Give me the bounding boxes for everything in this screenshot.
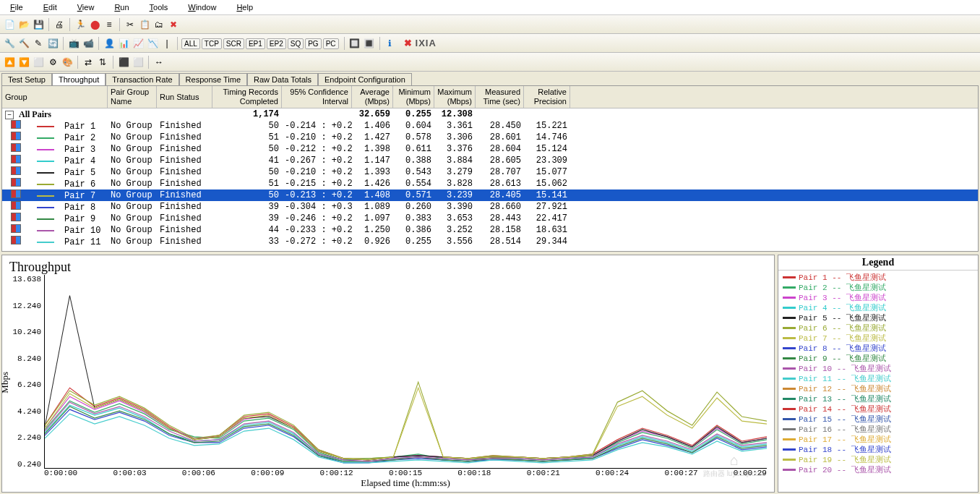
col-header[interactable]: MeasuredTime (sec) [476, 86, 524, 108]
filter-ep1[interactable]: EP1 [246, 38, 265, 49]
legend-item[interactable]: Pair 1 -- 飞鱼星测试 [783, 272, 973, 282]
legend-item[interactable]: Pair 10 -- 飞鱼星测试 [783, 363, 973, 373]
tool-k-icon[interactable]: | [160, 37, 173, 50]
tab-response-time[interactable]: Response Time [179, 73, 247, 85]
menu-view[interactable]: View [70, 1, 102, 13]
tool3-i-icon[interactable]: ⬜ [132, 56, 145, 69]
tab-test-setup[interactable]: Test Setup [1, 73, 52, 85]
col-header[interactable]: Run Status [157, 86, 212, 108]
legend-item[interactable]: Pair 17 -- 飞鱼星测试 [783, 434, 973, 444]
legend-item[interactable]: Pair 2 -- 飞鱼星测试 [783, 282, 973, 292]
menu-help[interactable]: Help [229, 1, 260, 13]
filter-scr[interactable]: SCR [223, 38, 244, 49]
col-header[interactable]: Minimum(Mbps) [393, 86, 434, 108]
tab-raw-data-totals[interactable]: Raw Data Totals [247, 73, 318, 85]
tool3-c-icon[interactable]: ⬜ [32, 56, 45, 69]
col-header[interactable]: Maximum(Mbps) [434, 86, 476, 108]
menu-window[interactable]: Window [181, 1, 223, 13]
legend-item[interactable]: Pair 18 -- 飞鱼星测试 [783, 444, 973, 454]
col-header[interactable]: Pair GroupName [108, 86, 157, 108]
folder-icon[interactable]: 🗂 [152, 18, 166, 31]
table-row[interactable]: Pair 11No GroupFinished33-0.272 : +0.272… [2, 236, 978, 247]
tab-transaction-rate[interactable]: Transaction Rate [106, 73, 179, 85]
print-icon[interactable]: 🖨 [53, 18, 66, 31]
delete-icon[interactable]: ✖ [167, 18, 180, 31]
tab-endpoint-configuration[interactable]: Endpoint Configuration [318, 73, 412, 85]
table-row[interactable]: Pair 10No GroupFinished44-0.233 : +0.233… [2, 224, 978, 236]
table-row[interactable]: Pair 8No GroupFinished39-0.304 : +0.3041… [2, 201, 978, 213]
tool-c-icon[interactable]: ✎ [32, 37, 45, 50]
summary-row[interactable]: − All Pairs1,17432.6590.25512.308 [2, 108, 978, 120]
legend-item[interactable]: Pair 19 -- 飞鱼星测试 [783, 454, 973, 464]
tool3-b-icon[interactable]: 🔽 [17, 56, 30, 69]
tool-h-icon[interactable]: 📊 [117, 37, 130, 50]
tool-g-icon[interactable]: 👤 [103, 37, 116, 50]
table-row[interactable]: Pair 6No GroupFinished51-0.215 : +0.2151… [2, 178, 978, 189]
legend-item[interactable]: Pair 4 -- 飞鱼星测试 [783, 302, 973, 312]
tool-d-icon[interactable]: 🔄 [46, 37, 59, 50]
legend-item[interactable]: Pair 6 -- 飞鱼星测试 [783, 323, 973, 333]
table-row[interactable]: Pair 9No GroupFinished39-0.246 : +0.2461… [2, 213, 978, 224]
table-row[interactable]: Pair 2No GroupFinished51-0.210 : +0.2101… [2, 132, 978, 143]
tool3-a-icon[interactable]: 🔼 [3, 56, 16, 69]
tool3-e-icon[interactable]: 🎨 [61, 56, 74, 69]
table-row[interactable]: Pair 1No GroupFinished50-0.214 : +0.2141… [2, 120, 978, 132]
tool3-j-icon[interactable]: ↔ [152, 56, 166, 69]
legend-item[interactable]: Pair 15 -- 飞鱼星测试 [783, 414, 973, 424]
filter-pc[interactable]: PC [323, 38, 339, 49]
tool-j-icon[interactable]: 📉 [146, 37, 159, 50]
legend-body[interactable]: Pair 1 -- 飞鱼星测试Pair 2 -- 飞鱼星测试Pair 3 -- … [778, 271, 978, 492]
legend-item[interactable]: Pair 11 -- 飞鱼星测试 [783, 373, 973, 383]
menu-file[interactable]: File [3, 1, 30, 13]
pause-icon[interactable]: ≡ [103, 18, 116, 31]
open-icon[interactable]: 📂 [17, 18, 30, 31]
legend-item[interactable]: Pair 14 -- 飞鱼星测试 [783, 404, 973, 414]
grid-body[interactable]: − All Pairs1,17432.6590.25512.308 Pair 1… [2, 108, 978, 251]
menu-run[interactable]: Run [107, 1, 136, 13]
legend-item[interactable]: Pair 7 -- 飞鱼星测试 [783, 333, 973, 343]
col-header[interactable]: Average(Mbps) [352, 86, 393, 108]
filter-tcp[interactable]: TCP [202, 38, 222, 49]
filter-all[interactable]: ALL [181, 38, 200, 49]
tool3-f-icon[interactable]: ⇄ [82, 56, 95, 69]
copy-icon[interactable]: ✂ [124, 18, 137, 31]
col-header[interactable]: RelativePrecision [524, 86, 570, 108]
col-header[interactable]: Group [2, 86, 108, 108]
table-row[interactable]: Pair 4No GroupFinished41-0.267 : +0.2671… [2, 155, 978, 166]
tool3-d-icon[interactable]: ⚙ [46, 56, 59, 69]
tool-f-icon[interactable]: 📹 [82, 37, 95, 50]
legend-item[interactable]: Pair 20 -- 飞鱼星测试 [783, 464, 973, 474]
tool-e-icon[interactable]: 📺 [67, 37, 80, 50]
paste-icon[interactable]: 📋 [138, 18, 151, 31]
legend-item[interactable]: Pair 3 -- 飞鱼星测试 [783, 292, 973, 302]
legend-item[interactable]: Pair 8 -- 飞鱼星测试 [783, 343, 973, 353]
table-row[interactable]: Pair 5No GroupFinished50-0.210 : +0.2101… [2, 166, 978, 178]
legend-item[interactable]: Pair 9 -- 飞鱼星测试 [783, 353, 973, 363]
info-icon[interactable]: ℹ [384, 37, 397, 50]
filter-ep2[interactable]: EP2 [267, 38, 286, 49]
legend-item[interactable]: Pair 5 -- 飞鱼星测试 [783, 312, 973, 323]
tab-throughput[interactable]: Throughput [52, 73, 106, 85]
legend-item[interactable]: Pair 12 -- 飞鱼星测试 [783, 383, 973, 393]
legend-item[interactable]: Pair 13 -- 飞鱼星测试 [783, 393, 973, 404]
table-row[interactable]: Pair 3No GroupFinished50-0.212 : +0.2121… [2, 143, 978, 155]
tool-m-icon[interactable]: 🔳 [363, 37, 376, 50]
tool3-h-icon[interactable]: ⬛ [117, 56, 130, 69]
filter-pg[interactable]: PG [305, 38, 321, 49]
menu-tools[interactable]: Tools [142, 1, 176, 13]
legend-item[interactable]: Pair 16 -- 飞鱼星测试 [783, 424, 973, 434]
stop-icon[interactable]: ⬤ [88, 18, 101, 31]
menu-edit[interactable]: Edit [36, 1, 64, 13]
col-header[interactable]: Timing RecordsCompleted [212, 86, 282, 108]
tool3-g-icon[interactable]: ⇅ [96, 56, 109, 69]
tool-l-icon[interactable]: 🔲 [348, 37, 361, 50]
plot-area[interactable] [44, 275, 767, 469]
tool-i-icon[interactable]: 📈 [132, 37, 145, 50]
new-icon[interactable]: 📄 [3, 18, 16, 31]
col-header[interactable]: 95% ConfidenceInterval [282, 86, 352, 108]
tool-a-icon[interactable]: 🔧 [3, 37, 16, 50]
table-row[interactable]: Pair 7No GroupFinished50-0.213 : +0.2131… [2, 189, 978, 201]
tool-b-icon[interactable]: 🔨 [17, 37, 30, 50]
save-icon[interactable]: 💾 [32, 18, 45, 31]
run-icon[interactable]: 🏃 [74, 18, 87, 31]
